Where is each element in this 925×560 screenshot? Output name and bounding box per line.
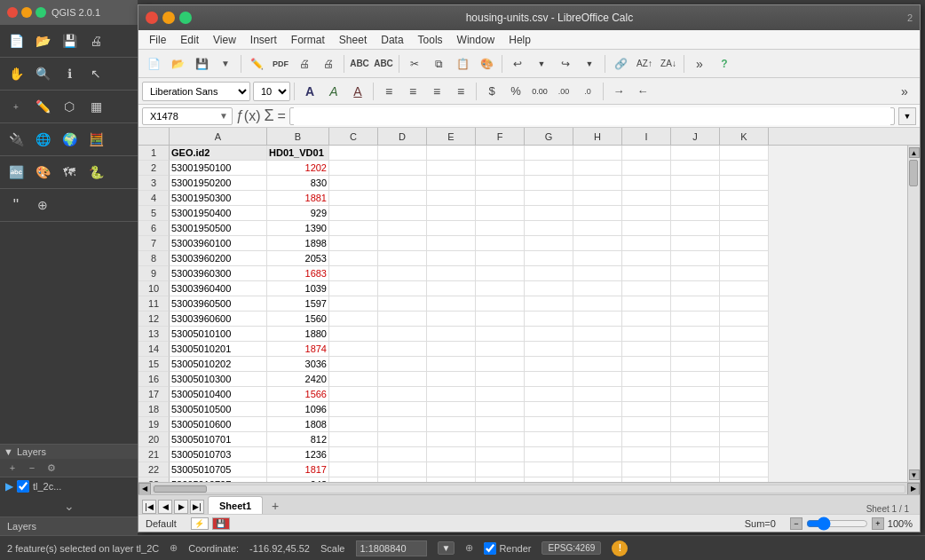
- cell-a-21[interactable]: 53005010703: [170, 447, 267, 462]
- cell-b-17[interactable]: 1566: [267, 387, 329, 402]
- cell-b-10[interactable]: 1039: [267, 281, 329, 296]
- cell-empty-16-8[interactable]: [720, 372, 769, 387]
- cell-empty-16-7[interactable]: [671, 372, 720, 387]
- row-number-13[interactable]: 13: [138, 327, 170, 342]
- menu-view[interactable]: View: [206, 32, 243, 48]
- qgis-field-calc-button[interactable]: 🧮: [83, 127, 108, 152]
- cell-empty-11-4[interactable]: [525, 296, 573, 312]
- cell-empty-14-0[interactable]: [329, 342, 378, 357]
- cell-empty-23-6[interactable]: [622, 477, 671, 482]
- cell-empty-19-0[interactable]: [329, 417, 378, 432]
- formula-input[interactable]: [294, 107, 890, 125]
- cell-empty-6-4[interactable]: [525, 221, 573, 236]
- row-number-15[interactable]: 15: [138, 357, 170, 372]
- cell-b-19[interactable]: 1808: [267, 417, 329, 432]
- cell-empty-6-5[interactable]: [573, 221, 622, 236]
- qgis-min-btn[interactable]: [21, 7, 32, 18]
- menu-file[interactable]: File: [142, 32, 173, 48]
- cell-empty-23-1[interactable]: [378, 477, 427, 482]
- cell-empty-14-6[interactable]: [622, 342, 671, 357]
- cell-empty-2-6[interactable]: [622, 161, 671, 176]
- qgis-vector-button[interactable]: ⬡: [57, 94, 82, 119]
- cell-a-3[interactable]: 53001950200: [170, 176, 267, 191]
- sort-asc-button[interactable]: AZ↑: [633, 52, 656, 75]
- zoom-slider[interactable]: [806, 517, 868, 531]
- row-number-4[interactable]: 4: [138, 191, 170, 206]
- cell-empty-4-2[interactable]: [427, 191, 476, 206]
- cell-empty-14-5[interactable]: [573, 342, 622, 357]
- vertical-scrollbar[interactable]: ▲ ▼: [907, 146, 920, 482]
- cell-empty-9-4[interactable]: [525, 266, 573, 281]
- cell-empty-12-5[interactable]: [573, 312, 622, 327]
- cell-a-14[interactable]: 53005010201: [170, 342, 267, 357]
- italic-button[interactable]: A: [322, 80, 345, 103]
- qgis-snapping-button[interactable]: ⊕: [30, 193, 55, 217]
- open-button[interactable]: 📂: [166, 52, 189, 75]
- cell-empty-17-0[interactable]: [329, 387, 378, 402]
- row-number-7[interactable]: 7: [138, 236, 170, 251]
- cell-empty-17-6[interactable]: [622, 387, 671, 402]
- save-button[interactable]: 💾: [190, 52, 213, 75]
- col-header-b[interactable]: B: [267, 128, 329, 146]
- help-button[interactable]: ?: [713, 52, 736, 75]
- cell-empty-1-8[interactable]: [720, 146, 769, 161]
- cell-empty-18-5[interactable]: [573, 402, 622, 417]
- cell-empty-2-3[interactable]: [476, 161, 525, 176]
- font-size-select[interactable]: 10: [254, 82, 289, 101]
- cell-b-1[interactable]: HD01_VD01: [267, 146, 329, 161]
- cell-empty-20-6[interactable]: [622, 432, 671, 447]
- cell-empty-6-3[interactable]: [476, 221, 525, 236]
- cell-empty-13-0[interactable]: [329, 327, 378, 342]
- row-number-14[interactable]: 14: [138, 342, 170, 357]
- cell-empty-18-6[interactable]: [622, 402, 671, 417]
- cell-empty-16-1[interactable]: [378, 372, 427, 387]
- align-right-button[interactable]: ≡: [425, 80, 448, 103]
- cell-empty-13-8[interactable]: [720, 327, 769, 342]
- cell-empty-14-8[interactable]: [720, 342, 769, 357]
- cell-empty-1-1[interactable]: [378, 146, 427, 161]
- percent-button[interactable]: %: [504, 80, 527, 103]
- cell-empty-5-1[interactable]: [378, 206, 427, 221]
- redo-dropdown-button[interactable]: ▼: [578, 52, 601, 75]
- cell-empty-1-3[interactable]: [476, 146, 525, 161]
- row-number-19[interactable]: 19: [138, 417, 170, 432]
- cell-empty-10-2[interactable]: [427, 281, 476, 296]
- cell-b-16[interactable]: 2420: [267, 372, 329, 387]
- saveas-button[interactable]: ▼: [214, 52, 237, 75]
- cell-empty-9-2[interactable]: [427, 266, 476, 281]
- cell-empty-5-0[interactable]: [329, 206, 378, 221]
- row-number-2[interactable]: 2: [138, 161, 170, 176]
- cell-empty-15-6[interactable]: [622, 357, 671, 372]
- cell-empty-1-6[interactable]: [622, 146, 671, 161]
- cell-empty-18-3[interactable]: [476, 402, 525, 417]
- cell-empty-10-5[interactable]: [573, 281, 622, 296]
- cell-empty-22-1[interactable]: [378, 462, 427, 477]
- cell-empty-7-1[interactable]: [378, 236, 427, 251]
- redo-button[interactable]: ↪: [554, 52, 577, 75]
- cell-empty-17-5[interactable]: [573, 387, 622, 402]
- more-format-button[interactable]: »: [893, 80, 916, 103]
- cell-empty-13-1[interactable]: [378, 327, 427, 342]
- cell-empty-21-2[interactable]: [427, 447, 476, 462]
- cell-empty-6-2[interactable]: [427, 221, 476, 236]
- cell-empty-18-7[interactable]: [671, 402, 720, 417]
- cell-empty-6-6[interactable]: [622, 221, 671, 236]
- row-number-3[interactable]: 3: [138, 176, 170, 191]
- cell-empty-7-8[interactable]: [720, 236, 769, 251]
- cell-empty-11-2[interactable]: [427, 296, 476, 312]
- cell-empty-22-6[interactable]: [622, 462, 671, 477]
- row-number-22[interactable]: 22: [138, 462, 170, 477]
- cell-b-18[interactable]: 1096: [267, 402, 329, 417]
- cell-empty-11-0[interactable]: [329, 296, 378, 312]
- row-number-9[interactable]: 9: [138, 266, 170, 281]
- cell-empty-8-3[interactable]: [476, 251, 525, 266]
- cell-empty-8-5[interactable]: [573, 251, 622, 266]
- sort-desc-button[interactable]: ZA↓: [657, 52, 680, 75]
- cell-a-23[interactable]: 53005010707: [170, 477, 267, 482]
- cell-empty-14-3[interactable]: [476, 342, 525, 357]
- more-button[interactable]: »: [688, 52, 711, 75]
- epsg-button[interactable]: EPSG:4269: [542, 541, 601, 555]
- cell-b-12[interactable]: 1560: [267, 312, 329, 327]
- remove-layer-button[interactable]: −: [23, 461, 41, 475]
- underline-button[interactable]: A: [346, 80, 369, 103]
